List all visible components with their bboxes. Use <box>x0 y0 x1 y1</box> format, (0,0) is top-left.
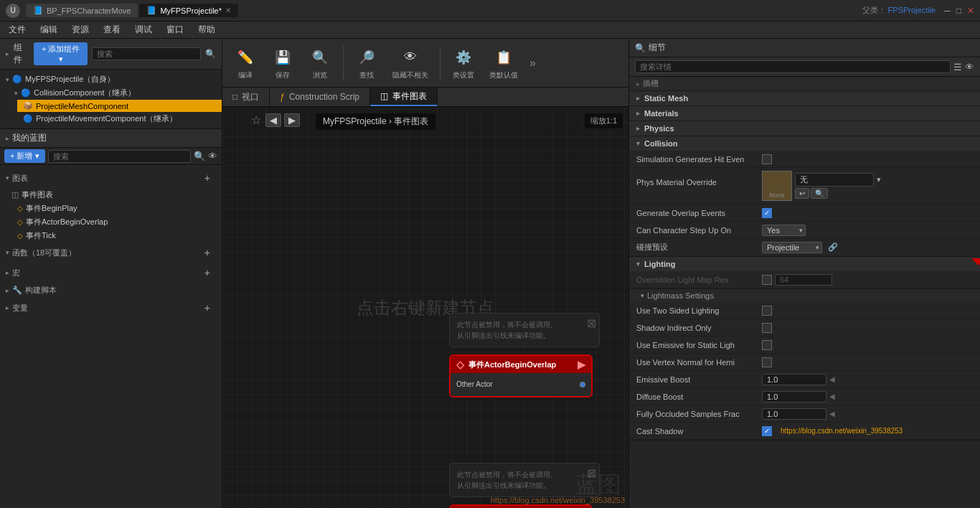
find-button[interactable]: 🔎 查找 <box>349 43 384 83</box>
vertex-normal-row: Use Vertex Normal for Hemi <box>629 354 980 371</box>
tab-construction-script[interactable]: ƒ Construction Scrip <box>270 88 370 106</box>
maximize-btn[interactable]: □ <box>956 6 961 16</box>
phys-mat-browse-btn[interactable]: 🔍 <box>811 188 828 199</box>
event-tick-node[interactable]: ◇ 事件Tick ▶ Delta Seconds <box>449 504 593 508</box>
filter-icon-button[interactable]: 👁 <box>208 151 217 161</box>
class-defaults-icon: 📋 <box>492 46 515 69</box>
lighting-header[interactable]: ▾ Lighting <box>629 257 980 271</box>
disabled-node-2: ⊠ 此节点被禁用，将不会被调用。从引脚连出引线来编译功能。 <box>449 463 600 497</box>
can-step-up-select[interactable]: Yes No Owner <box>762 225 806 236</box>
details-search-input[interactable] <box>635 60 951 73</box>
menu-file[interactable]: 文件 <box>6 22 29 37</box>
materials-header[interactable]: ▸ Materials <box>629 106 980 121</box>
new-item-button[interactable]: + 新增 ▾ <box>4 149 45 163</box>
breadcrumb: MyFPSProjectile › 事件图表 <box>316 113 435 130</box>
light-map-res-input[interactable] <box>775 274 832 286</box>
use-emissive-checkbox[interactable] <box>762 340 772 350</box>
save-icon: 💾 <box>271 46 294 69</box>
static-mesh-section: ▸ Static Mesh <box>629 91 980 106</box>
collision-preset-label: 碰撞预设 <box>636 242 762 253</box>
class-settings-button[interactable]: ⚙️ 类设置 <box>446 43 481 83</box>
tree-item-collision[interactable]: ▾ 🔵 CollisionComponent（继承） <box>9 86 222 100</box>
details-list-view-btn[interactable]: ☰ <box>953 62 962 72</box>
emissive-boost-input[interactable] <box>762 374 826 385</box>
add-function-button[interactable]: + <box>199 245 216 260</box>
phys-mat-reset-btn[interactable]: ↩ <box>795 188 809 199</box>
physics-header[interactable]: ▸ Physics <box>629 121 980 136</box>
event-overlap-body: Other Actor <box>451 373 591 396</box>
minimize-btn[interactable]: ─ <box>944 6 951 16</box>
menu-debug[interactable]: 调试 <box>132 22 155 37</box>
bp-event-actoroverlap[interactable]: ◇ 事件ActorBeginOverlap <box>0 215 222 229</box>
nav-forward-button[interactable]: ▶ <box>284 113 300 127</box>
construct-icon: 🔧 <box>12 286 22 295</box>
occluded-samples-slider-icon: ◀ <box>829 410 835 418</box>
collision-preset-link-icon[interactable]: 🔗 <box>828 243 838 252</box>
light-map-res-checkbox[interactable] <box>762 275 772 285</box>
title-tab-bp-projectile[interactable]: 📘 MyFPSProjectile* ✕ <box>139 4 238 17</box>
toolbar: ✏️ 编译 💾 保存 🔍 浏览 🔎 查找 👁 隐藏不相关 ⚙️ <box>222 39 628 88</box>
collision-header[interactable]: ▾ Collision <box>629 136 980 151</box>
add-component-button[interactable]: + 添加组件 ▾ <box>34 42 88 65</box>
nav-back-button[interactable]: ◀ <box>265 113 281 127</box>
physics-section: ▸ Physics <box>629 121 980 136</box>
tab-close-icon[interactable]: ✕ <box>225 6 231 14</box>
shadow-indirect-checkbox[interactable] <box>762 323 772 333</box>
close-btn[interactable]: ✕ <box>967 6 974 16</box>
add-variable-button[interactable]: + <box>199 300 216 316</box>
can-step-up-value: Yes No Owner <box>762 225 973 236</box>
exec-out-pin: ▶ <box>578 359 585 370</box>
toolbar-more-btn[interactable]: » <box>527 57 539 70</box>
menu-window[interactable]: 窗口 <box>164 22 187 37</box>
save-button[interactable]: 💾 保存 <box>265 43 300 83</box>
diffuse-boost-input[interactable] <box>762 391 826 403</box>
phys-mat-name-display: 无 <box>795 173 874 187</box>
bp-event-beginplay[interactable]: ◇ 事件BeginPlay <box>0 202 222 215</box>
event-graph-tab-icon: ◫ <box>380 91 388 101</box>
search-icon: 🔍 <box>205 49 216 59</box>
occluded-samples-input[interactable] <box>762 408 826 420</box>
vertex-normal-checkbox[interactable] <box>762 357 772 367</box>
diffuse-boost-label: Diffuse Boost <box>636 392 762 401</box>
cast-shadow-value: https://blog.csdn.net/weixin_39538253 <box>762 426 973 436</box>
event-actoroverlap-label: 事件ActorBeginOverlap <box>26 217 108 227</box>
tab-event-graph[interactable]: ◫ 事件图表 <box>370 88 438 106</box>
class-defaults-button[interactable]: 📋 类默认值 <box>484 43 524 83</box>
add-macro-button[interactable]: + <box>199 265 216 281</box>
light-map-res-row: Overridden Light Map Res <box>629 271 980 288</box>
tree-item-self[interactable]: ▾ 🔵 MyFPSProjectile（自身） <box>0 72 222 86</box>
lightmass-arrow: ▾ <box>641 292 644 299</box>
bp-event-tick[interactable]: ◇ 事件Tick <box>0 229 222 243</box>
two-sided-lighting-checkbox[interactable] <box>762 306 772 316</box>
collision-preset-select[interactable]: Projectile NoCollision Custom <box>762 242 822 253</box>
title-tab-bp-character[interactable]: 📘 BP_FPSCharacterMove <box>26 4 138 17</box>
hide-unrelated-button[interactable]: 👁 隐藏不相关 <box>387 43 434 83</box>
browse-button[interactable]: 🔍 浏览 <box>303 43 337 83</box>
component-search-input[interactable] <box>92 47 201 60</box>
blueprint-search-input[interactable] <box>48 150 191 163</box>
slot-label: 插槽 <box>643 78 659 89</box>
menu-edit[interactable]: 编辑 <box>37 22 60 37</box>
static-mesh-header[interactable]: ▸ Static Mesh <box>629 91 980 105</box>
construct-arrow: ▸ <box>6 287 9 294</box>
compile-button[interactable]: ✏️ 编译 <box>228 43 263 83</box>
tab-viewport[interactable]: □ 视口 <box>222 88 270 106</box>
tree-item-movement[interactable]: 🔵 ProjectileMovementComponent（继承） <box>17 112 222 126</box>
favorite-star[interactable]: ☆ <box>251 113 261 127</box>
search-icon-button[interactable]: 🔍 <box>194 151 205 161</box>
details-eye-btn[interactable]: 👁 <box>965 62 974 72</box>
lightmass-header[interactable]: ▾ Lightmass Settings <box>629 289 980 302</box>
graph-canvas[interactable]: ☆ ◀ ▶ MyFPSProjectile › 事件图表 缩放1:1 点击右键新… <box>222 108 628 508</box>
tree-item-mesh[interactable]: 📦 ProjectileMeshComponent <box>17 100 222 112</box>
add-graph-button[interactable]: + <box>199 170 216 186</box>
occluded-samples-value: ◀ <box>762 408 973 420</box>
menu-asset[interactable]: 资源 <box>69 22 92 37</box>
cast-shadow-checkbox[interactable] <box>762 426 772 436</box>
sim-gen-hit-checkbox[interactable] <box>762 154 772 164</box>
event-actor-overlap-node[interactable]: ◇ 事件ActorBeginOverlap ▶ Other Actor <box>449 354 593 398</box>
gen-overlap-checkbox[interactable] <box>762 208 772 218</box>
vertex-normal-value <box>762 357 973 367</box>
menu-help[interactable]: 帮助 <box>195 22 218 37</box>
menu-view[interactable]: 查看 <box>100 22 123 37</box>
bp-event-graph[interactable]: ◫ 事件图表 <box>0 188 222 202</box>
